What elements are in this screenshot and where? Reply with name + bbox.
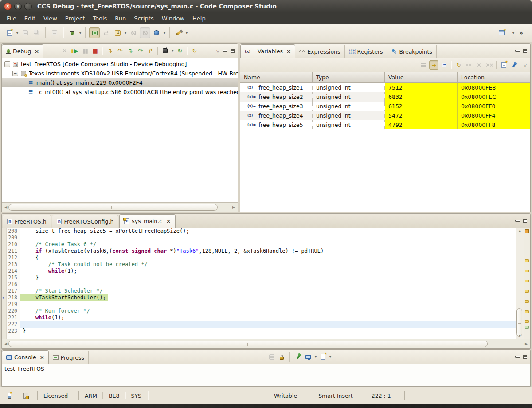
variable-row[interactable]: (x)=free_heap_size5unsigned int47920x080… [240, 120, 530, 129]
tab-debug[interactable]: Debug × [2, 44, 43, 58]
tab-close-icon[interactable]: × [35, 48, 39, 55]
variable-row[interactable]: (x)=free_heap_size2unsigned int68320x080… [240, 92, 530, 102]
debug-hscrollbar[interactable]: ◀ ▶ [2, 202, 238, 212]
open-perspective-button[interactable] [497, 27, 507, 38]
ruler-mark[interactable] [525, 320, 529, 323]
toolbar-overflow-chevron[interactable]: » [519, 29, 523, 36]
scroll-lock-icon[interactable] [277, 352, 286, 361]
minimize-editor-button[interactable] [515, 220, 520, 222]
scroll-down-icon[interactable]: ▼ [516, 334, 524, 338]
editor-vscrollbar[interactable]: ▲ ▼ [516, 228, 524, 339]
ruler-mark[interactable] [525, 259, 529, 262]
open-console-icon-dropdown[interactable]: ▾ [328, 355, 332, 359]
maximize-panel-button[interactable] [523, 49, 527, 53]
tab-breakpoints[interactable]: Breakpoints [387, 45, 437, 58]
vscroll-thumb[interactable] [516, 308, 522, 337]
tab-expressions[interactable]: Expressions [295, 45, 344, 58]
perspective-dropdown[interactable]: ▾ [511, 31, 516, 35]
maximize-editor-button[interactable] [523, 219, 527, 223]
display-selected-console-icon-dropdown[interactable]: ▾ [313, 355, 318, 359]
refresh-variables-icon[interactable]: ↻ [454, 60, 463, 70]
new-target-configuration-icon[interactable] [151, 27, 162, 38]
debug-tree-row[interactable]: main() at sys_main.c:229 0x0000F2F4 [2, 78, 238, 87]
tab-sys-main-c[interactable]: sys_main.c× [119, 214, 176, 228]
show-logical-structure-icon[interactable]: → [429, 60, 438, 70]
step-return-icon[interactable]: ↱ [146, 46, 155, 55]
tab-close-icon[interactable]: × [40, 354, 44, 361]
tab-variables[interactable]: Variables× [240, 44, 295, 58]
editor-log-button[interactable] [21, 391, 31, 400]
terminate-icon[interactable]: ■ [90, 46, 100, 55]
new-icon-dropdown[interactable]: ▾ [15, 31, 20, 35]
menu-tools[interactable]: Tools [89, 14, 111, 23]
tab-registers[interactable]: Registers [345, 45, 387, 58]
menu-help[interactable]: Help [188, 14, 210, 23]
highlight-trace-icon[interactable] [173, 27, 184, 38]
assembly-step-into-icon[interactable]: ↴ [125, 46, 135, 55]
fast-view-button[interactable] [4, 391, 14, 400]
refresh-icon[interactable]: ↻ [190, 46, 199, 55]
debug-icon[interactable] [67, 27, 78, 38]
menu-file[interactable]: File [3, 14, 20, 23]
new-target-configuration-icon-dropdown[interactable]: ▾ [162, 31, 167, 35]
column-header-value[interactable]: Value [385, 72, 458, 82]
scroll-right-icon[interactable]: ▶ [524, 342, 529, 346]
code-lines[interactable]: 208 size_t free_heap_size5 = xPortGetFre… [2, 228, 516, 339]
tab-freertosconfig-h[interactable]: FreeRTOSConfig.h [52, 215, 119, 228]
ruler-mark[interactable] [525, 310, 529, 313]
variable-row[interactable]: (x)=free_heap_size1unsigned int75120x080… [240, 83, 530, 92]
tab-close-icon[interactable]: × [286, 48, 291, 55]
column-header-name[interactable]: Name [240, 72, 313, 82]
menu-run[interactable]: Run [111, 14, 130, 23]
close-button[interactable]: × [4, 3, 12, 10]
tree-expander-icon[interactable]: − [4, 61, 10, 67]
resume-icon[interactable]: ▮▶ [70, 46, 79, 55]
editor-hscrollbar[interactable]: ◀ ▶ [2, 339, 530, 348]
scroll-track[interactable] [8, 341, 524, 347]
maximize-button[interactable] [24, 3, 32, 10]
variable-row[interactable]: (x)=free_heap_size4unsigned int54720x080… [240, 111, 530, 120]
tab-console[interactable]: Console× [2, 350, 49, 364]
menu-edit[interactable]: Edit [20, 14, 39, 23]
collapse-all-icon[interactable] [439, 60, 449, 70]
step-over-icon[interactable]: ↷ [115, 46, 125, 55]
menu-scripts[interactable]: Scripts [130, 14, 157, 23]
highlight-trace-icon-dropdown[interactable]: ▾ [184, 31, 189, 35]
ruler-mark[interactable] [525, 290, 529, 293]
step-into-icon[interactable]: ↴ [105, 46, 114, 55]
scroll-left-icon[interactable]: ◀ [3, 205, 8, 209]
minimize-button[interactable]: ∨ [14, 3, 22, 10]
tree-expander-icon[interactable]: − [12, 71, 18, 76]
new-icon[interactable] [4, 27, 15, 38]
view-menu-icon[interactable]: ▽ [216, 49, 219, 53]
minimize-panel-button[interactable] [515, 50, 520, 52]
scroll-right-icon[interactable]: ▶ [231, 205, 236, 209]
menu-window[interactable]: Window [158, 14, 188, 23]
pin-view-icon[interactable] [509, 60, 519, 70]
menu-project[interactable]: Project [61, 14, 89, 23]
maximize-panel-button[interactable] [231, 49, 235, 53]
tab-close-icon[interactable]: × [166, 218, 171, 224]
scroll-thumb[interactable] [8, 341, 488, 347]
minimize-panel-button[interactable] [223, 50, 227, 52]
minimize-console-button[interactable] [515, 356, 520, 358]
scroll-up-icon[interactable]: ▲ [516, 229, 524, 233]
load-program-icon-dropdown[interactable]: ▾ [123, 31, 128, 35]
connect-target-icon[interactable] [89, 27, 100, 38]
debug-tree-row[interactable]: −test_FreeRTOS [Code Composer Studio - D… [2, 59, 238, 69]
ruler-header-marker[interactable] [525, 229, 529, 233]
debug-icon-dropdown[interactable]: ▾ [78, 31, 82, 35]
open-console-icon[interactable] [318, 352, 328, 361]
debug-tree-row[interactable]: _c_int00() at sys_startup.c:586 0x0000FA… [2, 87, 238, 97]
column-header-location[interactable]: Location [458, 72, 530, 82]
restart-icon[interactable]: ↻ [175, 46, 184, 55]
tab-progress[interactable]: Progress [49, 351, 89, 364]
scroll-thumb[interactable] [8, 204, 218, 211]
scroll-left-icon[interactable]: ◀ [3, 342, 8, 346]
pin-console-icon[interactable] [293, 352, 303, 361]
new-view-icon[interactable] [499, 60, 509, 70]
display-selected-console-icon[interactable] [304, 352, 313, 361]
tab-freertos-h[interactable]: FreeRTOS.h [3, 215, 51, 228]
assembly-step-over-icon[interactable]: ↷ [136, 46, 145, 55]
menu-view[interactable]: View [39, 14, 61, 23]
